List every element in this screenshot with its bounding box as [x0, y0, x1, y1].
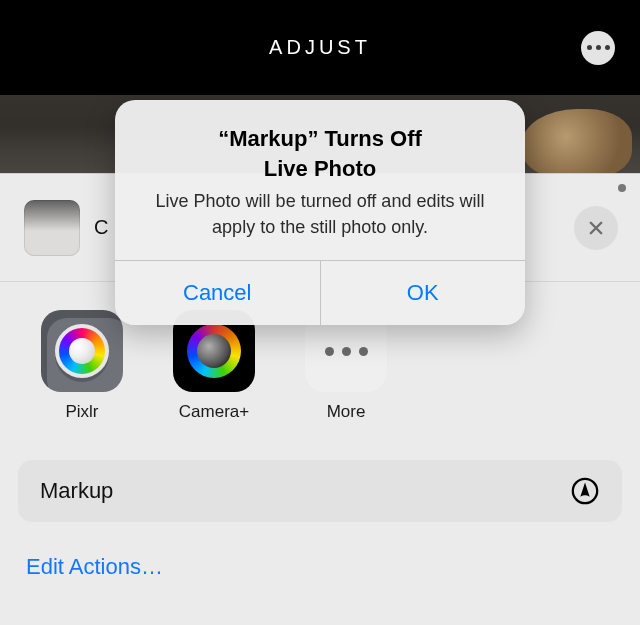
photo-thumbnail-dog	[522, 109, 632, 179]
alert-buttons: Cancel OK	[115, 260, 525, 325]
action-label: Markup	[40, 478, 113, 504]
app-more[interactable]: More	[300, 310, 392, 422]
pixlr-icon	[41, 310, 123, 392]
edit-actions-label: Edit Actions…	[26, 554, 163, 579]
app-pixlr[interactable]: Pixlr	[36, 310, 128, 422]
markup-icon	[570, 476, 600, 506]
current-photo-thumbnail	[24, 200, 80, 256]
alert-dialog: “Markup” Turns Off Live Photo Live Photo…	[115, 100, 525, 325]
alert-title: “Markup” Turns Off Live Photo	[137, 124, 503, 183]
cancel-button[interactable]: Cancel	[115, 261, 321, 325]
edit-actions-link[interactable]: Edit Actions…	[0, 532, 640, 580]
ok-button[interactable]: OK	[321, 261, 526, 325]
markup-action[interactable]: Markup	[18, 460, 622, 522]
close-button[interactable]	[574, 206, 618, 250]
navbar-title: ADJUST	[269, 36, 371, 59]
app-label: Camera+	[179, 402, 249, 422]
alert-message: Live Photo will be turned off and edits …	[137, 189, 503, 239]
close-icon	[587, 219, 605, 237]
app-label: More	[327, 402, 366, 422]
actions-list: Markup	[0, 442, 640, 532]
top-navbar: ADJUST	[0, 0, 640, 95]
sheet-header-title: C	[94, 216, 108, 239]
app-cameraplus[interactable]: Camera+	[168, 310, 260, 422]
more-options-button[interactable]	[581, 31, 615, 65]
ellipsis-icon	[587, 45, 592, 50]
app-label: Pixlr	[65, 402, 98, 422]
